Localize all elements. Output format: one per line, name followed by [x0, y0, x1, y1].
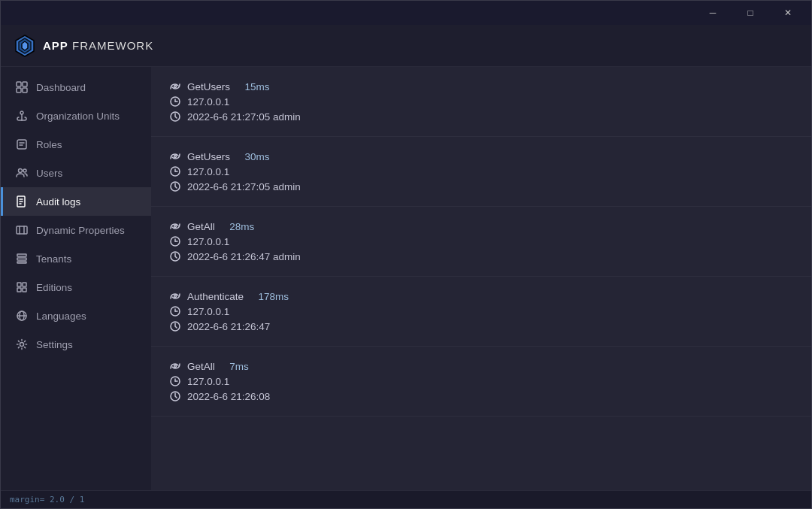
- time-icon: [169, 111, 181, 123]
- svg-marker-2: [22, 41, 28, 50]
- log-duration: 30ms: [239, 151, 270, 162]
- log-ip: 127.0.0.1: [187, 166, 229, 177]
- sidebar-item-users[interactable]: Users: [1, 159, 151, 187]
- main-layout: Dashboard Organization Units Roles Users: [1, 67, 811, 490]
- sidebar-item-languages[interactable]: Languages: [1, 301, 151, 330]
- log-item: GetUsers 15ms 127.0.0.1 2022-6-6 21:27:0…: [151, 67, 811, 137]
- anchor-icon: [15, 109, 29, 123]
- svg-point-31: [20, 343, 24, 347]
- svg-rect-21: [17, 254, 26, 256]
- log-datetime: 2022-6-6 21:27:05 admin: [187, 181, 301, 192]
- log-method-row: GetUsers 30ms: [169, 150, 793, 162]
- editions-icon: [15, 280, 29, 294]
- log-duration: 15ms: [239, 81, 270, 92]
- svg-rect-6: [23, 88, 27, 92]
- log-datetime-row: 2022-6-6 21:26:47 admin: [169, 250, 793, 262]
- sidebar-item-tenants[interactable]: Tenants: [1, 244, 151, 273]
- settings-icon: [15, 338, 29, 351]
- sidebar-item-dynamic-properties[interactable]: Dynamic Properties: [1, 216, 151, 244]
- log-datetime-row: 2022-6-6 21:26:08: [169, 390, 793, 402]
- clock-icon: [169, 305, 181, 317]
- app-header: APP FRAMEWORK: [1, 25, 811, 67]
- log-ip: 127.0.0.1: [187, 96, 229, 108]
- app-logo: APP FRAMEWORK: [13, 34, 153, 58]
- roles-icon: [15, 138, 29, 151]
- sidebar-label-dashboard: Dashboard: [36, 82, 86, 93]
- app-title: APP FRAMEWORK: [43, 39, 153, 52]
- sidebar-label-settings: Settings: [36, 339, 73, 350]
- api-icon: [169, 220, 181, 232]
- clock-icon: [169, 165, 181, 177]
- api-icon: [169, 360, 181, 372]
- sidebar-item-settings[interactable]: Settings: [1, 330, 151, 359]
- logo-icon: [13, 34, 37, 58]
- log-datetime: 2022-6-6 21:26:08: [187, 391, 270, 402]
- log-ip: 127.0.0.1: [187, 236, 229, 247]
- sidebar-item-organization-units[interactable]: Organization Units: [1, 101, 151, 130]
- svg-point-37: [174, 156, 177, 158]
- sidebar-label-audit: Audit logs: [36, 196, 80, 208]
- log-duration: 178ms: [253, 291, 289, 302]
- log-duration: 28ms: [224, 221, 255, 232]
- svg-point-52: [174, 365, 177, 368]
- log-method-row: GetUsers 15ms: [169, 80, 793, 92]
- log-datetime: 2022-6-6 21:27:05 admin: [187, 111, 301, 123]
- svg-rect-4: [23, 82, 27, 86]
- svg-rect-25: [23, 283, 26, 286]
- log-ip-row: 127.0.0.1: [169, 95, 793, 108]
- log-item: GetAll 7ms 127.0.0.1 2022-6-6 21:26:08: [151, 347, 811, 417]
- dynamic-icon: [15, 223, 29, 237]
- log-method: Authenticate: [187, 291, 244, 302]
- svg-rect-22: [17, 258, 26, 260]
- api-icon: [169, 80, 181, 92]
- title-bar: ─ □ ✕: [1, 1, 811, 25]
- sidebar-label-editions: Editions: [36, 282, 72, 293]
- log-ip: 127.0.0.1: [187, 376, 229, 387]
- close-button[interactable]: ✕: [771, 1, 805, 25]
- tenants-icon: [15, 252, 29, 265]
- users-icon: [15, 166, 29, 180]
- log-method-row: Authenticate 178ms: [169, 290, 793, 302]
- log-method: GetUsers: [187, 151, 230, 162]
- clock-icon: [169, 95, 181, 108]
- app-window: ─ □ ✕ APP FRAMEWORK Dashboard: [0, 0, 812, 509]
- status-text: margin= 2.0 / 1: [10, 495, 84, 504]
- log-item: GetUsers 30ms 127.0.0.1 2022-6-6 21:27:0…: [151, 137, 811, 207]
- log-ip-row: 127.0.0.1: [169, 305, 793, 317]
- log-list: GetUsers 15ms 127.0.0.1 2022-6-6 21:27:0…: [151, 67, 811, 417]
- svg-rect-3: [17, 82, 21, 86]
- sidebar: Dashboard Organization Units Roles Users: [1, 67, 151, 490]
- log-method: GetUsers: [187, 81, 230, 92]
- sidebar-item-audit-logs[interactable]: Audit logs: [1, 187, 151, 216]
- log-datetime-row: 2022-6-6 21:26:47: [169, 320, 793, 332]
- log-ip-row: 127.0.0.1: [169, 375, 793, 387]
- log-item: Authenticate 178ms 127.0.0.1 2022-6-6 21…: [151, 277, 811, 347]
- sidebar-label-org-units: Organization Units: [36, 111, 120, 122]
- svg-rect-9: [17, 140, 26, 149]
- log-ip-row: 127.0.0.1: [169, 165, 793, 177]
- log-method: GetAll: [187, 221, 215, 232]
- main-content: GetUsers 15ms 127.0.0.1 2022-6-6 21:27:0…: [151, 67, 811, 490]
- time-icon: [169, 180, 181, 192]
- log-duration: 7ms: [224, 361, 249, 372]
- minimize-button[interactable]: ─: [695, 1, 730, 25]
- sidebar-label-tenants: Tenants: [36, 253, 71, 265]
- maximize-button[interactable]: □: [733, 1, 768, 25]
- svg-rect-26: [17, 288, 21, 292]
- sidebar-item-dashboard[interactable]: Dashboard: [1, 73, 151, 101]
- svg-point-32: [174, 86, 177, 88]
- time-icon: [169, 390, 181, 402]
- svg-rect-23: [17, 262, 26, 263]
- svg-point-47: [174, 295, 177, 298]
- log-datetime-row: 2022-6-6 21:27:05 admin: [169, 180, 793, 192]
- svg-point-13: [23, 169, 26, 172]
- svg-point-12: [19, 169, 23, 173]
- api-icon: [169, 290, 181, 302]
- log-datetime: 2022-6-6 21:26:47 admin: [187, 251, 301, 262]
- sidebar-label-roles: Roles: [36, 139, 62, 150]
- sidebar-item-editions[interactable]: Editions: [1, 273, 151, 301]
- sidebar-label-dynamic: Dynamic Properties: [36, 225, 125, 236]
- log-datetime-row: 2022-6-6 21:27:05 admin: [169, 111, 793, 123]
- sidebar-item-roles[interactable]: Roles: [1, 130, 151, 159]
- svg-rect-18: [17, 226, 27, 234]
